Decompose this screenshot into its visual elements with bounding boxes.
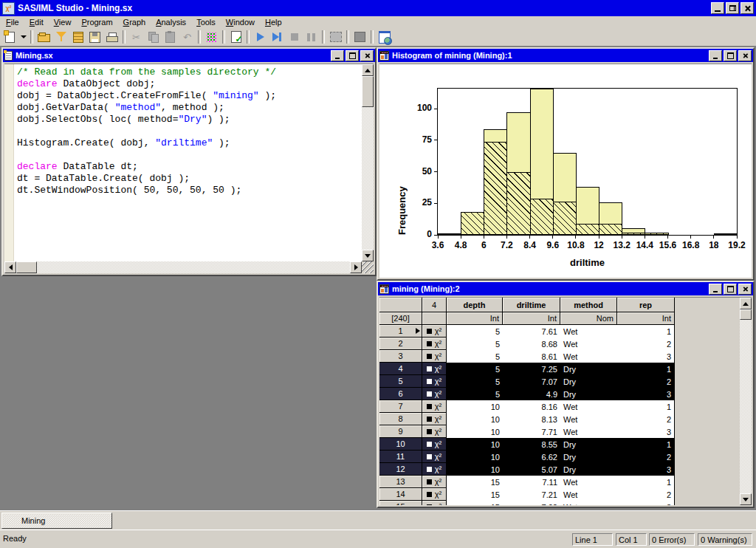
marker-cell[interactable]: χ² xyxy=(422,438,447,451)
column-header-method[interactable]: method xyxy=(560,298,617,312)
scroll-up-button[interactable] xyxy=(362,64,374,76)
scroll-down-button[interactable] xyxy=(740,493,752,505)
marker-cell[interactable]: χ² xyxy=(422,363,447,375)
cell-method[interactable]: Dry xyxy=(560,363,617,375)
table-row[interactable]: 5χ²57.07Dry2 xyxy=(379,375,675,388)
cell-driltime[interactable]: 7.25 xyxy=(503,363,560,375)
marker-cell[interactable]: χ² xyxy=(422,375,447,388)
marker-cell[interactable]: χ² xyxy=(422,488,447,501)
cell-depth[interactable]: 5 xyxy=(447,375,503,388)
cell-method[interactable]: Wet xyxy=(560,501,617,505)
histogram-minimize-button[interactable] xyxy=(709,50,722,61)
menu-item-edit[interactable]: Edit xyxy=(24,17,49,27)
code-line[interactable] xyxy=(17,149,360,161)
row-header[interactable]: 4 xyxy=(379,363,422,375)
cell-method[interactable]: Wet xyxy=(560,476,617,488)
cut-button[interactable]: ✂ xyxy=(128,29,145,45)
app-icon[interactable]: χ² xyxy=(2,2,15,15)
table-row[interactable]: 1χ²57.61Wet1 xyxy=(379,325,675,338)
cell-rep[interactable]: 2 xyxy=(617,338,675,350)
cell-depth[interactable]: 10 xyxy=(447,413,503,425)
marker-cell[interactable]: χ² xyxy=(422,501,447,505)
cell-driltime[interactable]: 6.62 xyxy=(503,451,560,463)
cell-depth[interactable]: 10 xyxy=(447,425,503,438)
cell-driltime[interactable]: 7.02 xyxy=(503,501,560,505)
cell-driltime[interactable]: 7.07 xyxy=(503,375,560,388)
cell-driltime[interactable]: 8.55 xyxy=(503,438,560,451)
cell-method[interactable]: Wet xyxy=(560,325,617,338)
data-grid-button[interactable] xyxy=(203,29,220,45)
table-minimize-button[interactable] xyxy=(709,284,722,295)
marker-cell[interactable]: χ² xyxy=(422,451,447,463)
cell-rep[interactable]: 1 xyxy=(617,363,675,375)
run-program-button[interactable] xyxy=(252,29,269,45)
cell-rep[interactable]: 3 xyxy=(617,463,675,476)
code-line[interactable]: dt.SetWindowPosition( 50, 50, 50, 50 ); xyxy=(17,185,360,196)
code-line[interactable]: Histogram.Create( dobj, "driltime" ); xyxy=(17,137,360,149)
histogram-bar[interactable] xyxy=(645,233,668,235)
code-text[interactable]: /* Read in data from the samples directo… xyxy=(17,66,360,196)
cell-method[interactable]: Wet xyxy=(560,488,617,501)
table-row[interactable]: 3χ²58.61Wet3 xyxy=(379,350,675,363)
row-header[interactable]: 7 xyxy=(379,400,422,413)
cell-rep[interactable]: 1 xyxy=(617,325,675,338)
pause-button[interactable] xyxy=(303,29,320,45)
row-header[interactable]: 12 xyxy=(379,463,422,476)
menu-item-window[interactable]: Window xyxy=(221,17,260,27)
cell-depth[interactable]: 5 xyxy=(447,388,503,400)
marker-cell[interactable]: χ² xyxy=(422,338,447,350)
histogram-maximize-button[interactable] xyxy=(724,50,737,61)
row-header[interactable]: 3 xyxy=(379,350,422,363)
cell-depth[interactable]: 15 xyxy=(447,476,503,488)
column-header[interactable] xyxy=(379,298,422,312)
cell-method[interactable]: Wet xyxy=(560,425,617,438)
editor-maximize-button[interactable] xyxy=(346,50,359,61)
undo-button[interactable]: ↶ xyxy=(179,29,196,45)
cell-rep[interactable]: 2 xyxy=(617,451,675,463)
table-row[interactable]: 8χ²108.13Wet2 xyxy=(379,413,675,425)
menu-item-graph[interactable]: Graph xyxy=(118,17,151,27)
table-row[interactable]: 4χ²57.25Dry1 xyxy=(379,363,675,375)
histogram-bar[interactable] xyxy=(553,153,577,235)
histogram-bar[interactable] xyxy=(506,112,530,235)
marker-cell[interactable]: χ² xyxy=(422,400,447,413)
row-header[interactable]: 5 xyxy=(379,375,422,388)
row-header[interactable]: 14 xyxy=(379,488,422,501)
cell-method[interactable]: Wet xyxy=(560,400,617,413)
cell-depth[interactable]: 10 xyxy=(447,451,503,463)
cell-rep[interactable]: 2 xyxy=(617,488,675,501)
table-row[interactable]: 2χ²58.68Wet2 xyxy=(379,338,675,350)
histogram-title-bar[interactable]: Histogram of mining (Mining):1 xyxy=(378,49,753,62)
marker-cell[interactable]: χ² xyxy=(422,425,447,438)
new-document-options-button[interactable] xyxy=(18,29,28,45)
cell-driltime[interactable]: 5.07 xyxy=(503,463,560,476)
cell-driltime[interactable]: 4.9 xyxy=(503,388,560,400)
cell-method[interactable]: Dry xyxy=(560,438,617,451)
menu-item-view[interactable]: View xyxy=(49,17,77,27)
table-row[interactable]: 13χ²157.11Wet1 xyxy=(379,476,675,488)
scroll-down-button[interactable] xyxy=(362,250,374,261)
row-header[interactable]: 13 xyxy=(379,476,422,488)
cell-depth[interactable]: 15 xyxy=(447,501,503,505)
selection-frame-button[interactable] xyxy=(327,29,344,45)
resize-grip[interactable] xyxy=(362,261,374,273)
cell-driltime[interactable]: 8.61 xyxy=(503,350,560,363)
close-button[interactable] xyxy=(740,2,754,14)
histogram-bar[interactable] xyxy=(438,233,461,235)
code-line[interactable] xyxy=(17,126,360,137)
cell-method[interactable]: Dry xyxy=(560,463,617,476)
table-row[interactable]: 7χ²108.16Wet1 xyxy=(379,400,675,413)
minimize-button[interactable] xyxy=(711,2,724,14)
row-header[interactable]: 1 xyxy=(379,325,422,338)
editor-title-bar[interactable]: Mining.sx xyxy=(3,49,375,62)
scroll-thumb[interactable] xyxy=(740,309,752,320)
histogram-bar[interactable] xyxy=(599,202,622,235)
cell-driltime[interactable]: 8.68 xyxy=(503,338,560,350)
menu-item-file[interactable]: File xyxy=(1,17,24,27)
cell-rep[interactable]: 1 xyxy=(617,438,675,451)
cell-depth[interactable]: 5 xyxy=(447,350,503,363)
histogram-bar[interactable] xyxy=(484,129,507,235)
table-row[interactable]: 10χ²108.55Dry1 xyxy=(379,438,675,451)
table-vertical-scrollbar[interactable] xyxy=(740,298,752,505)
table-row[interactable]: 6χ²54.9Dry3 xyxy=(379,388,675,400)
